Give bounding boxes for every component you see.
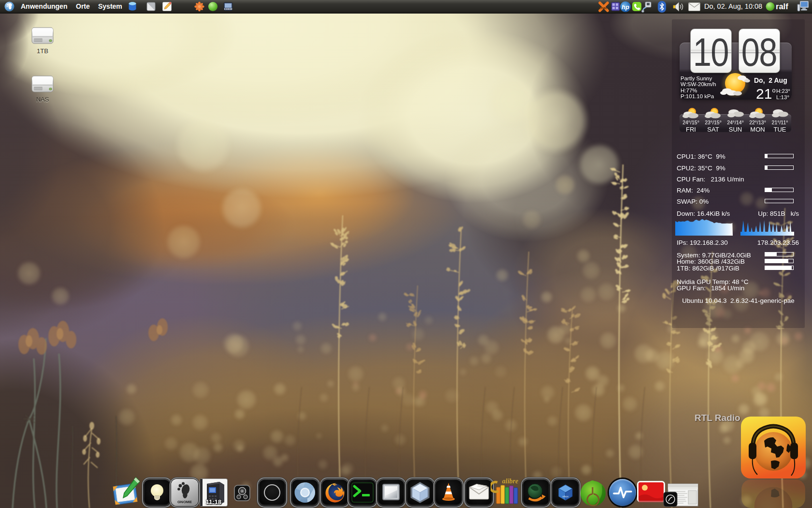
svg-text:chat: chat [599, 6, 607, 10]
svg-text:GNOME: GNOME [177, 500, 192, 504]
svg-text:hp: hp [622, 3, 629, 11]
svg-text:alibre: alibre [502, 478, 518, 485]
svg-text:vbox: vbox [563, 495, 569, 498]
